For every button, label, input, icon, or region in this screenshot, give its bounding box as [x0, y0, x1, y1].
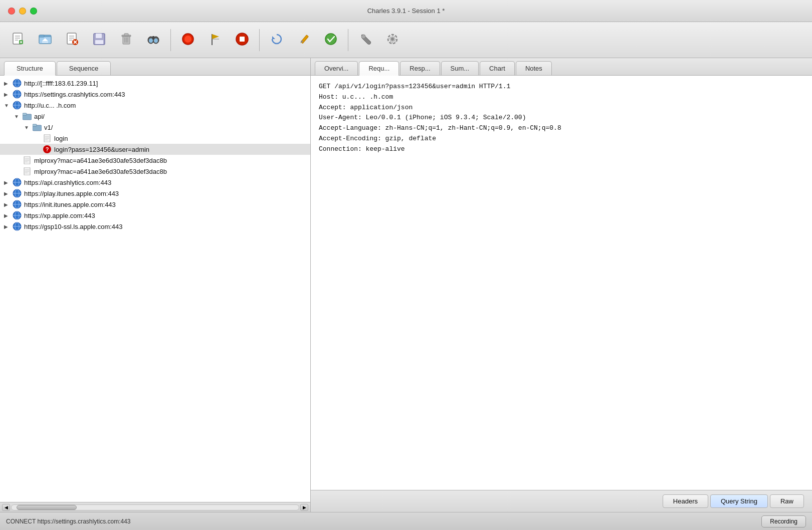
request-line-3: Accept: application/json: [319, 103, 804, 113]
tab-summary[interactable]: Sum...: [441, 61, 479, 75]
check-button[interactable]: [319, 27, 343, 53]
tree-item[interactable]: ▶ https://api.crashlytics.com:443: [0, 177, 310, 188]
new-session-button[interactable]: [6, 27, 30, 53]
title-bar: Charles 3.9.1 - Session 1 *: [0, 0, 812, 22]
scroll-right-button[interactable]: ▶: [300, 504, 308, 511]
tree-item-selected[interactable]: ▶ ? login?pass=123456&user=admin: [0, 144, 310, 155]
svg-point-30: [154, 38, 158, 43]
globe-icon: [12, 189, 22, 197]
window-title: Charles 3.9.1 - Session 1 *: [367, 7, 445, 15]
open-button[interactable]: [33, 27, 57, 53]
scroll-left-button[interactable]: ◀: [2, 504, 10, 511]
chevron-icon: ▶: [4, 191, 12, 196]
request-line-2: Host: u.c... .h.com: [319, 92, 804, 103]
find-button[interactable]: [141, 27, 165, 53]
tree-area[interactable]: ▶ http://[::ffff:183.61.239.11] ▶ https:…: [0, 76, 310, 502]
binoculars-icon: [146, 32, 160, 48]
minimize-button[interactable]: [19, 8, 26, 15]
svg-marker-35: [212, 34, 219, 39]
check-icon: [324, 32, 338, 48]
save-icon: [92, 32, 106, 48]
record-button[interactable]: [176, 27, 200, 53]
tree-item[interactable]: ▶ https://xp.apple.com:443: [0, 210, 310, 221]
tab-request[interactable]: Requ...: [359, 61, 399, 76]
tree-item[interactable]: ▶ https://play.itunes.apple.com:443: [0, 188, 310, 199]
tree-label: login?pass=123456&user=admin: [54, 146, 149, 153]
tree-item[interactable]: ▶ https://init.itunes.apple.com:443: [0, 199, 310, 210]
request-line-5: Accept-Language: zh-Hans-CN;q=1, zh-Hant…: [319, 123, 804, 134]
tab-structure[interactable]: Structure: [4, 61, 56, 76]
globe-icon: [12, 200, 22, 208]
request-line-4: User-Agent: Leo/0.0.1 (iPhone; iOS 9.3.4…: [319, 113, 804, 123]
refresh-icon: [270, 32, 284, 48]
error-icon: ?: [42, 145, 52, 153]
stop-icon: [235, 32, 250, 49]
stop-button[interactable]: [230, 27, 254, 53]
globe-icon: [12, 79, 22, 87]
refresh-button[interactable]: [265, 27, 289, 53]
query-string-tab-button[interactable]: Query String: [710, 494, 768, 508]
tab-response[interactable]: Resp...: [400, 61, 440, 75]
svg-point-33: [184, 36, 191, 43]
chevron-open-icon: ▼: [4, 103, 12, 108]
pencil-icon: [297, 32, 311, 48]
maximize-button[interactable]: [30, 8, 37, 15]
flag-icon: [208, 32, 222, 48]
trash-icon: [119, 32, 133, 48]
tree-item[interactable]: ▶ login: [0, 133, 310, 144]
tree-item[interactable]: ▶ mlproxy?mac=a641ae3e6d30afe53def3dac8b: [0, 166, 310, 177]
tree-label: https://settings.crashlytics.com:443: [24, 91, 125, 98]
tab-notes[interactable]: Notes: [516, 61, 552, 75]
folder-icon: [22, 112, 32, 120]
tree-item[interactable]: ▶ https://gsp10-ssl.ls.apple.com:443: [0, 221, 310, 232]
tab-overview[interactable]: Overvi...: [315, 61, 358, 75]
tree-item[interactable]: ▼ v1/: [0, 122, 310, 133]
chevron-icon: ▶: [4, 202, 12, 207]
horizontal-scrollbar[interactable]: ◀ ▶: [0, 502, 310, 512]
tab-chart[interactable]: Chart: [480, 61, 515, 75]
recording-button[interactable]: Recording: [761, 515, 806, 527]
tree-item[interactable]: ▶ http://[::ffff:183.61.239.11]: [0, 78, 310, 89]
main-content: Structure Sequence ▶ http://[::ffff:183.…: [0, 58, 812, 512]
wrench-icon: [358, 32, 372, 48]
tree-item[interactable]: ▶ mlproxy?mac=a641ae3e6d30afe53def3dac8b: [0, 155, 310, 166]
chevron-icon: ▶: [4, 180, 12, 185]
svg-point-48: [391, 38, 394, 41]
flag-button[interactable]: [203, 27, 227, 53]
trash-button[interactable]: [114, 27, 138, 53]
svg-rect-59: [23, 113, 27, 115]
raw-tab-button[interactable]: Raw: [770, 494, 804, 508]
tree-label: https://init.itunes.apple.com:443: [24, 201, 116, 208]
svg-point-42: [325, 34, 336, 45]
new-session-icon: [11, 32, 25, 48]
scroll-track[interactable]: [11, 504, 299, 510]
left-panel: Structure Sequence ▶ http://[::ffff:183.…: [0, 58, 311, 512]
save-button[interactable]: [87, 27, 111, 53]
delete-button[interactable]: [60, 27, 84, 53]
tab-sequence[interactable]: Sequence: [57, 61, 111, 75]
settings-button[interactable]: [353, 27, 377, 53]
open-icon: [38, 32, 52, 48]
tree-label: api/: [34, 113, 45, 120]
edit-button[interactable]: [292, 27, 316, 53]
tree-item[interactable]: ▼ api/: [0, 111, 310, 122]
separator-2: [259, 29, 260, 51]
chevron-icon: ▶: [4, 81, 12, 86]
file-icon: [22, 167, 32, 175]
folder-icon: [32, 123, 42, 131]
tree-label: mlproxy?mac=a641ae3e6d30afe53def3dac8b: [34, 157, 167, 164]
svg-rect-18: [96, 34, 102, 38]
globe-icon: [12, 211, 22, 219]
preferences-button[interactable]: [380, 27, 404, 53]
scroll-thumb[interactable]: [17, 505, 77, 510]
tree-item[interactable]: ▶ https://settings.crashlytics.com:443: [0, 89, 310, 100]
request-line-7: Connection: keep-alive: [319, 144, 804, 155]
tree-item[interactable]: ▼ http://u.c... .h.com: [0, 100, 310, 111]
globe-icon: [12, 222, 22, 230]
svg-rect-19: [95, 40, 103, 44]
tree-label: login: [54, 135, 68, 142]
globe-icon: [12, 101, 22, 109]
close-button[interactable]: [8, 8, 15, 15]
headers-tab-button[interactable]: Headers: [663, 494, 708, 508]
tree-label: https://xp.apple.com:443: [24, 212, 95, 219]
